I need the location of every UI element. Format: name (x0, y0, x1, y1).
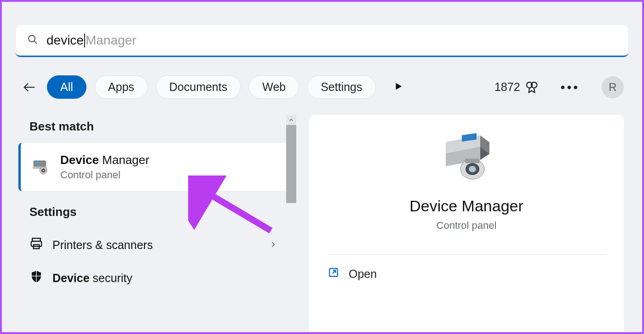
rewards-points-value: 1872 (494, 80, 520, 94)
printer-icon (29, 237, 43, 253)
more-filters-button[interactable] (393, 81, 403, 93)
svg-rect-7 (35, 161, 40, 164)
detail-subtitle: Control panel (437, 220, 497, 232)
more-options-button[interactable]: ••• (561, 80, 580, 95)
svg-point-0 (29, 35, 35, 42)
filter-web[interactable]: Web (249, 75, 299, 99)
search-suggestion: Manager (86, 33, 137, 48)
search-input-text[interactable]: device (46, 33, 84, 48)
svg-point-22 (469, 166, 476, 172)
best-match-result[interactable]: Device Manager Control panel (18, 143, 289, 191)
settings-item-device-security[interactable]: Device security (16, 261, 292, 294)
user-avatar[interactable]: R (602, 76, 624, 98)
avatar-initial: R (609, 81, 616, 94)
svg-line-1 (34, 41, 37, 44)
scroll-thumb[interactable] (286, 125, 296, 203)
svg-rect-23 (465, 159, 480, 163)
svg-rect-13 (31, 241, 42, 246)
settings-item-printers[interactable]: Printers & scanners (16, 228, 292, 261)
search-icon (27, 34, 38, 47)
action-open-label: Open (349, 267, 377, 281)
search-bar[interactable]: device Manager (16, 25, 628, 57)
detail-device-manager-icon (437, 133, 496, 186)
filter-all[interactable]: All (47, 75, 86, 99)
settings-section-label: Settings (29, 205, 292, 219)
detail-title: Device Manager (409, 197, 523, 215)
shield-icon (29, 270, 43, 286)
filter-row: All Apps Documents Web Settings 1872 •••… (16, 75, 628, 99)
svg-point-11 (43, 170, 45, 171)
action-open[interactable]: Open (328, 255, 605, 281)
rewards-points[interactable]: 1872 (494, 80, 539, 94)
scroll-up-button[interactable] (286, 115, 296, 125)
filter-documents[interactable]: Documents (156, 75, 241, 99)
medal-icon (525, 80, 539, 94)
filter-apps[interactable]: Apps (95, 75, 148, 99)
svg-marker-3 (396, 83, 402, 90)
results-scrollbar[interactable] (286, 115, 296, 334)
results-column: Best match Device Manager (16, 115, 292, 334)
text-caret (84, 34, 85, 47)
device-manager-icon (30, 156, 52, 178)
filter-settings[interactable]: Settings (307, 75, 375, 99)
settings-item-label: Device security (52, 272, 132, 285)
result-subtitle: Control panel (60, 169, 150, 181)
result-title: Device Manager (60, 153, 150, 167)
open-icon (328, 266, 339, 281)
chevron-right-icon (269, 238, 278, 252)
detail-panel: Device Manager Control panel Open (309, 115, 624, 334)
best-match-label: Best match (29, 119, 292, 134)
back-button[interactable] (20, 78, 39, 96)
settings-item-label: Printers & scanners (52, 238, 153, 252)
